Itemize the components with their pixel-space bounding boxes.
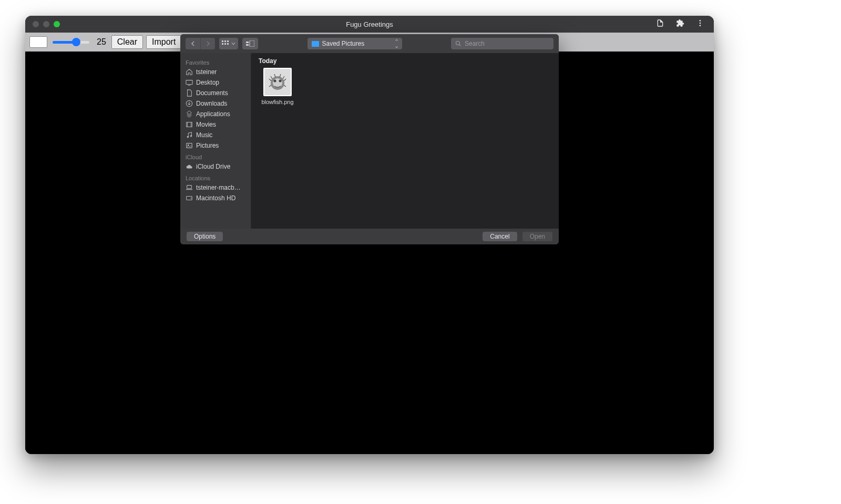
svg-point-31 [279, 80, 282, 83]
nav-forward-button[interactable] [200, 38, 215, 49]
sidebar-item[interactable]: Desktop [180, 77, 251, 88]
sidebar-item[interactable]: Downloads [180, 98, 251, 109]
svg-rect-9 [246, 42, 249, 43]
laptop-icon [186, 184, 193, 191]
clear-button[interactable]: Clear [111, 35, 143, 49]
sidebar-item-label: tsteiner-macb… [196, 184, 241, 191]
search-placeholder: Search [465, 40, 485, 47]
svg-rect-24 [187, 186, 192, 189]
sidebar-item-label: Movies [196, 121, 216, 128]
sidebar-item[interactable]: tsteiner [180, 67, 251, 77]
svg-rect-4 [224, 40, 226, 42]
sidebar-item[interactable]: Documents [180, 88, 251, 98]
cloud-icon [186, 163, 193, 170]
folder-icon [312, 41, 319, 47]
sidebar[interactable]: FavoriteststeinerDesktopDocumentsDownloa… [180, 53, 251, 229]
file-item[interactable]: blowfish.png [259, 68, 296, 106]
dialog-body: FavoriteststeinerDesktopDocumentsDownloa… [180, 53, 559, 229]
svg-rect-11 [250, 40, 254, 47]
sidebar-item-label: Pictures [196, 142, 219, 149]
sidebar-item-label: Macintosh HD [196, 194, 235, 202]
group-by-button[interactable] [242, 38, 258, 49]
titlebar: Fugu Greetings [25, 16, 714, 33]
svg-point-27 [191, 198, 192, 199]
home-icon [186, 68, 193, 76]
apps-icon [186, 110, 193, 118]
sidebar-item[interactable]: tsteiner-macb… [180, 182, 251, 193]
sidebar-section-header: iCloud [180, 151, 251, 161]
slider-value: 25 [95, 37, 108, 47]
file-thumbnail [263, 68, 292, 96]
doc-icon [186, 89, 193, 97]
path-label: Saved Pictures [322, 40, 365, 47]
disk-icon [186, 194, 193, 202]
svg-rect-3 [222, 40, 223, 42]
window-title: Fugu Greetings [25, 20, 714, 28]
sidebar-item[interactable]: iCloud Drive [180, 161, 251, 172]
file-pane[interactable]: Today blowfish.png [251, 53, 559, 229]
nav-back-button[interactable] [186, 38, 200, 49]
sidebar-item-label: Applications [196, 110, 230, 118]
desktop-icon [186, 79, 193, 86]
music-icon [186, 131, 193, 139]
svg-point-21 [190, 135, 192, 137]
sidebar-item-label: tsteiner [196, 68, 217, 76]
file-name-label: blowfish.png [261, 98, 293, 106]
sidebar-item[interactable]: Applications [180, 109, 251, 119]
app-window: Fugu Greetings 25 Clear Import Expo [25, 16, 714, 454]
sidebar-section-header: Locations [180, 172, 251, 182]
svg-rect-10 [246, 44, 249, 46]
svg-rect-7 [224, 43, 226, 45]
chevron-updown-icon: ⌃⌄ [394, 39, 398, 48]
picture-icon [186, 142, 193, 149]
file-grid: blowfish.png [259, 68, 551, 106]
svg-rect-5 [227, 40, 229, 42]
dialog-toolbar: Saved Pictures ⌃⌄ Search [180, 34, 559, 53]
sidebar-section-header: Favorites [180, 56, 251, 67]
sidebar-item-label: Music [196, 131, 212, 139]
nav-buttons [186, 38, 215, 49]
cancel-button[interactable]: Cancel [483, 232, 517, 241]
svg-point-30 [274, 80, 276, 83]
open-button[interactable]: Open [522, 232, 552, 241]
svg-rect-14 [186, 80, 192, 85]
color-swatch[interactable] [29, 36, 47, 48]
svg-rect-8 [227, 43, 229, 45]
view-mode-button[interactable] [219, 38, 238, 49]
sidebar-item-label: Downloads [196, 100, 227, 107]
open-file-dialog: Saved Pictures ⌃⌄ Search Favoriteststein… [180, 34, 559, 244]
file-group-header: Today [259, 57, 551, 65]
sidebar-item[interactable]: Pictures [180, 140, 251, 151]
download-icon [186, 100, 193, 107]
svg-line-13 [459, 45, 461, 46]
movie-icon [186, 121, 193, 128]
sidebar-item-label: iCloud Drive [196, 163, 230, 170]
options-button[interactable]: Options [187, 232, 223, 241]
svg-rect-6 [222, 43, 223, 45]
import-button[interactable]: Import [146, 35, 181, 49]
sidebar-item-label: Documents [196, 89, 228, 97]
svg-point-29 [273, 78, 282, 88]
dialog-footer: Options Cancel Open [180, 229, 559, 244]
svg-point-12 [456, 42, 460, 45]
brush-size-slider[interactable] [53, 41, 89, 44]
slider-thumb[interactable] [72, 38, 80, 46]
svg-point-20 [187, 136, 189, 138]
path-selector[interactable]: Saved Pictures ⌃⌄ [307, 38, 402, 49]
sidebar-item-label: Desktop [196, 79, 219, 86]
search-icon [455, 40, 461, 47]
sidebar-item[interactable]: Movies [180, 119, 251, 130]
search-field[interactable]: Search [451, 38, 553, 49]
sidebar-item[interactable]: Macintosh HD [180, 193, 251, 203]
sidebar-item[interactable]: Music [180, 130, 251, 140]
